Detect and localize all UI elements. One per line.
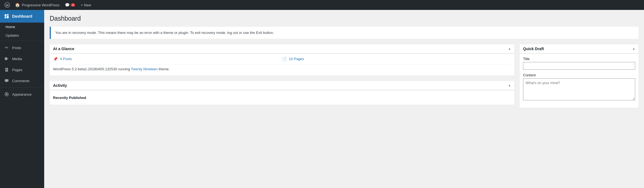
activity-widget: Activity Recently Published xyxy=(50,81,514,105)
left-column: At a Glance 📌 4 Posts 📄 xyxy=(50,44,514,113)
dashboard-grid: At a Glance 📌 4 Posts 📄 xyxy=(50,44,638,113)
svg-text:W: W xyxy=(6,4,9,7)
sidebar-item-updates[interactable]: Updates xyxy=(0,31,44,40)
svg-rect-5 xyxy=(6,69,7,69)
svg-marker-3 xyxy=(7,58,8,60)
dashboard-icon xyxy=(4,14,9,19)
quick-draft-title-field: Title xyxy=(523,57,635,70)
adminbar-comments[interactable]: 💬 0 xyxy=(62,0,78,10)
admin-bar: W 🏠 Progressive WordPress 💬 0 + New xyxy=(0,0,644,10)
activity-toggle[interactable] xyxy=(508,84,511,87)
activity-subtitle: Recently Published xyxy=(53,93,511,101)
sidebar-item-posts[interactable]: ✏ Posts xyxy=(0,42,44,53)
pages-icon xyxy=(4,67,9,72)
quick-draft-title: Quick Draft xyxy=(523,47,544,51)
sidebar-comments-label: Comments xyxy=(12,79,30,83)
quick-draft-content-field: Content xyxy=(523,73,635,101)
sidebar: Dashboard Home Updates ✏ Posts Media xyxy=(0,10,44,188)
posts-icon: ✏ xyxy=(4,45,9,50)
right-column: Quick Draft Title Content xyxy=(520,44,638,113)
glance-wp-info: WordPress 5.2-beta1-20190405.132530 runn… xyxy=(53,65,511,72)
activity-body: Recently Published xyxy=(50,90,514,105)
glance-pages-stat: 📄 10 Pages xyxy=(282,57,511,61)
glance-theme-link[interactable]: Twenty Nineteen xyxy=(131,67,158,71)
at-a-glance-title: At a Glance xyxy=(53,47,74,51)
pushpin-icon: 📌 xyxy=(53,57,58,61)
adminbar-site-name[interactable]: 🏠 Progressive WordPress xyxy=(12,0,62,10)
sidebar-posts-label: Posts xyxy=(12,46,21,50)
comments-count: 0 xyxy=(71,3,75,7)
svg-rect-6 xyxy=(6,69,7,70)
svg-rect-7 xyxy=(6,70,7,71)
title-label: Title xyxy=(523,57,635,61)
quick-draft-toggle[interactable] xyxy=(632,47,635,50)
main-content: Dashboard You are in recovery mode. This… xyxy=(44,10,644,188)
sidebar-submenu-dashboard: Home Updates xyxy=(0,23,44,40)
adminbar-new[interactable]: + New xyxy=(78,0,94,10)
sidebar-pages-label: Pages xyxy=(12,68,22,72)
at-a-glance-toggle[interactable] xyxy=(508,47,511,50)
sidebar-divider-1 xyxy=(0,41,44,41)
quick-draft-body: Title Content xyxy=(520,53,638,108)
sidebar-item-home[interactable]: Home xyxy=(0,23,44,31)
glance-pages-link[interactable]: 10 Pages xyxy=(289,57,304,61)
wp-logo-button[interactable]: W xyxy=(2,0,12,10)
sidebar-item-comments[interactable]: Comments xyxy=(0,75,44,86)
media-icon xyxy=(4,56,9,61)
at-a-glance-body: 📌 4 Posts 📄 10 Pages WordPress 5.2-beta1… xyxy=(50,53,514,76)
appearance-icon xyxy=(4,92,9,97)
sidebar-item-media[interactable]: Media xyxy=(0,53,44,64)
page-title: Dashboard xyxy=(50,15,638,22)
quick-draft-widget: Quick Draft Title Content xyxy=(520,44,638,108)
sidebar-item-pages[interactable]: Pages xyxy=(0,64,44,75)
at-a-glance-header: At a Glance xyxy=(50,44,514,53)
glance-wp-version-text: WordPress 5.2-beta1-20190405.132530 runn… xyxy=(53,67,131,71)
glance-stats: 📌 4 Posts 📄 10 Pages xyxy=(53,57,511,61)
content-label: Content xyxy=(523,73,635,77)
sidebar-item-appearance[interactable]: Appearance xyxy=(0,89,44,100)
quick-draft-header: Quick Draft xyxy=(520,44,638,53)
activity-header: Activity xyxy=(50,81,514,90)
sidebar-item-dashboard[interactable]: Dashboard xyxy=(0,10,44,23)
title-input[interactable] xyxy=(523,62,635,70)
sidebar-divider-2 xyxy=(0,87,44,88)
svg-rect-2 xyxy=(5,57,7,60)
glance-posts-stat: 📌 4 Posts xyxy=(53,57,282,61)
pages-stat-icon: 📄 xyxy=(282,57,287,61)
content-textarea[interactable] xyxy=(523,78,635,100)
sidebar-media-label: Media xyxy=(12,57,22,61)
recovery-notice: You are in recovery mode. This means the… xyxy=(50,27,638,39)
sidebar-dashboard-label: Dashboard xyxy=(12,14,32,18)
comments-sidebar-icon xyxy=(4,78,9,84)
glance-posts-link[interactable]: 4 Posts xyxy=(60,57,72,61)
at-a-glance-widget: At a Glance 📌 4 Posts 📄 xyxy=(50,44,514,76)
glance-theme-suffix: theme. xyxy=(158,67,170,71)
sidebar-appearance-label: Appearance xyxy=(12,92,31,96)
activity-title: Activity xyxy=(53,83,67,88)
